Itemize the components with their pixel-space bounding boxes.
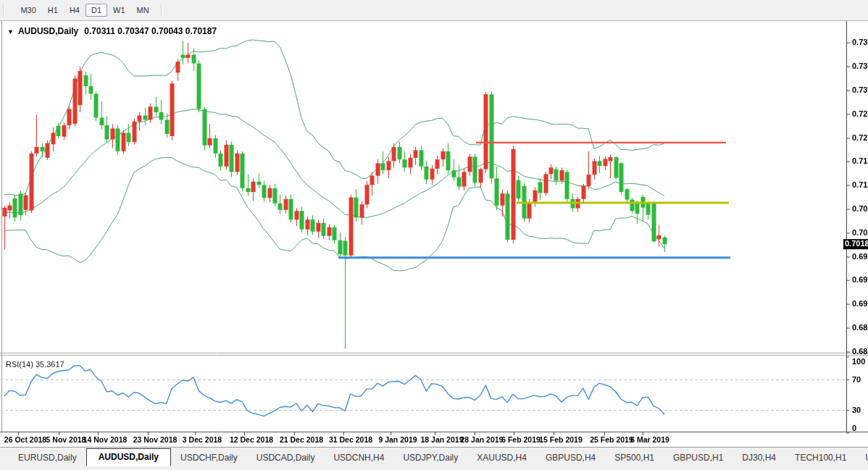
rsi-indicator-label: RSI(14) 35.3617 — [6, 360, 64, 369]
timeframe-button-h4[interactable]: H4 — [64, 4, 85, 17]
tab-sp500-h1[interactable]: SP500,H1 — [605, 450, 664, 466]
tab-usdcad-daily[interactable]: USDCAD,Daily — [247, 450, 325, 466]
chart-title: ▼AUDUSD,Daily0.70311 0.70347 0.70043 0.7… — [7, 26, 217, 36]
toolbar-separator — [3, 4, 4, 17]
tab-dj30-h4[interactable]: DJ30,H4 — [733, 450, 785, 466]
timeframe-button-w1[interactable]: W1 — [107, 4, 131, 17]
toolbar-separator — [161, 4, 162, 17]
tab-gbpusd-h4[interactable]: GBPUSD,H4 — [536, 450, 605, 466]
timeframe-toolbar: M30H1H4D1W1MN — [0, 0, 868, 21]
tab-audusd-daily[interactable]: AUDUSD,Daily — [86, 448, 171, 466]
timeframe-button-d1[interactable]: D1 — [85, 4, 107, 17]
chart-symbol-label: AUDUSD,Daily — [18, 26, 78, 36]
tab-xauusd-h4[interactable]: XAUUSD,H4 — [467, 450, 536, 466]
price-chart-canvas[interactable] — [0, 21, 868, 447]
tab-eurusd-daily[interactable]: EURUSD,Daily — [9, 450, 86, 466]
symbol-tabs: EURUSD,DailyAUDUSD,DailyUSDCHF,DailyUSDC… — [0, 448, 868, 466]
tab-usdcnh-h4[interactable]: USDCNH,H4 — [324, 450, 393, 466]
chevron-down-icon[interactable]: ▼ — [7, 28, 14, 35]
timeframe-button-mn[interactable]: MN — [131, 4, 155, 17]
timeframe-button-m30[interactable]: M30 — [14, 4, 41, 17]
tab-usdjpy-daily[interactable]: USDJPY,Daily — [393, 450, 467, 466]
tab-tech100-h1[interactable]: TECH100,H1 — [785, 450, 856, 466]
tab-ukoil[interactable]: UKOil, — [856, 450, 868, 466]
symbol-tab-bar: EURUSD,DailyAUDUSD,DailyUSDCHF,DailyUSDC… — [0, 447, 868, 470]
timeframe-button-h1[interactable]: H1 — [42, 4, 64, 17]
tab-gbpusd-h1[interactable]: GBPUSD,H1 — [664, 450, 733, 466]
chart-ohlc-values: 0.70311 0.70347 0.70043 0.70187 — [84, 26, 217, 36]
timeframe-button-group: M30H1H4D1W1MN — [14, 3, 154, 15]
tab-usdchf-daily[interactable]: USDCHF,Daily — [171, 450, 247, 466]
